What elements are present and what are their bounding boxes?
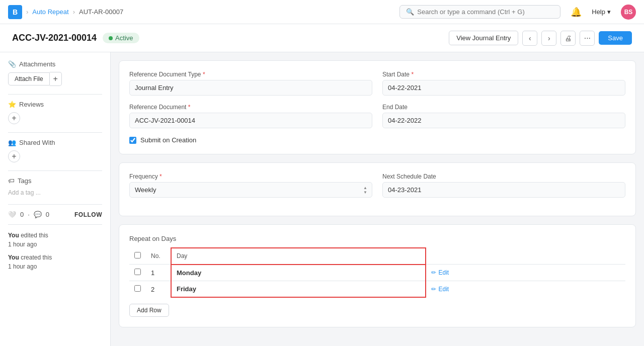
next-schedule-input[interactable] [382,182,625,198]
frequency-card: Frequency * Weekly ▲▼ Next Schedule Date [119,162,636,216]
heart-icon[interactable]: 🤍 [8,211,16,218]
ref-doc-input[interactable] [129,113,372,128]
page-title: ACC-JV-2021-00014 [12,33,97,43]
breadcrumb-current: AUT-AR-00007 [79,8,123,16]
row2-edit-button[interactable]: ✏ Edit [431,286,620,293]
ref-doc-label: Reference Document * [129,104,372,111]
breadcrumb-sep2: › [73,8,75,16]
repeat-on-days-card: Repeat on Days No. Day [119,224,636,327]
search-icon: 🔍 [406,8,414,16]
end-date-input[interactable] [382,113,625,128]
attach-plus-button[interactable]: + [50,72,62,86]
row2-actions: ✏ Edit [426,281,625,298]
likes-count: 0 [20,211,24,218]
search-bar[interactable]: 🔍 [399,5,560,19]
shared-with-header: 👥 Shared With [8,139,102,146]
submit-on-creation-row: Submit on Creation [129,136,625,144]
row2-checkbox[interactable] [134,285,141,292]
tag-icon: 🏷 [8,177,15,185]
tags-section: 🏷 Tags Add a tag ... [8,177,102,196]
start-date-label: Start Date * [382,71,625,78]
days-table-body: 1 Monday ✏ Edit 2 Friday ✏ Edit [129,265,625,298]
attach-file-row: Attach File + [8,72,102,86]
days-table-header-row: No. Day [129,248,625,265]
days-table: No. Day 1 Monday ✏ Edit [129,247,625,298]
col-checkbox [129,248,146,265]
status-dot [109,36,113,40]
divider5 [8,224,102,225]
divider4 [8,204,102,205]
add-tag-placeholder[interactable]: Add a tag ... [8,189,41,196]
tags-header: 🏷 Tags [8,177,102,185]
activity-time-0: 1 hour ago [8,241,37,248]
breadcrumb-sep1: › [26,8,28,16]
add-row-button[interactable]: Add Row [129,304,169,317]
row1-actions: ✏ Edit [426,265,625,281]
comment-icon[interactable]: 💬 [34,211,42,218]
search-input[interactable] [417,8,554,16]
row1-edit-button[interactable]: ✏ Edit [431,269,620,276]
frequency-group: Frequency * Weekly ▲▼ [129,173,372,198]
tags-label: Tags [18,177,31,185]
row1-checkbox[interactable] [134,269,141,275]
add-shared-button[interactable]: + [8,150,20,162]
submit-on-creation-label: Submit on Creation [140,136,196,144]
ref-doc-type-group: Reference Document Type * [129,71,372,96]
ref-doc-type-input[interactable] [129,80,372,96]
form-row-3: Frequency * Weekly ▲▼ Next Schedule Date [129,173,625,198]
topnav-right: 🔔 Help ▾ BS [571,5,636,20]
app-logo: B [8,5,22,19]
help-label: Help [592,8,605,16]
form-row-1: Reference Document Type * Start Date * [129,71,625,96]
save-button[interactable]: Save [599,31,632,45]
frequency-select[interactable]: Weekly [129,182,372,198]
comments-count: 0 [46,211,49,218]
attachments-section: 📎 Attachments Attach File + [8,60,102,86]
activity-action-1: created this [21,254,52,261]
help-chevron-icon: ▾ [607,8,611,16]
next-button[interactable]: › [541,31,556,46]
attach-file-label: Attach File [15,75,43,82]
col-actions-header [426,248,625,265]
attach-file-button[interactable]: Attach File [8,72,50,85]
follow-button[interactable]: FOLLOW [74,211,102,218]
main-layout: 📎 Attachments Attach File + ⭐ Reviews + … [0,52,644,346]
select-all-checkbox[interactable] [134,252,141,258]
print-button[interactable]: 🖨 [560,31,576,46]
row1-no: 1 [146,265,171,281]
end-date-group: End Date [382,104,625,128]
reviews-header: ⭐ Reviews [8,101,102,108]
activity-user-1: You [8,254,19,261]
page-header: ACC-JV-2021-00014 Active View Journal En… [0,24,644,52]
dot-sep: · [28,211,30,218]
like-row: 🤍 0 · 💬 0 FOLLOW [8,211,102,218]
more-button[interactable]: ··· [580,31,595,46]
activity-item-1: You created this 1 hour ago [8,253,102,271]
start-date-input[interactable] [382,80,625,96]
notifications-icon[interactable]: 🔔 [571,7,582,18]
help-button[interactable]: Help ▾ [588,6,615,18]
star-icon: ⭐ [8,101,16,108]
share-icon: 👥 [8,139,16,146]
end-date-label: End Date [382,104,625,111]
reference-card: Reference Document Type * Start Date * R… [119,60,636,154]
next-schedule-label: Next Schedule Date [382,173,625,180]
shared-with-label: Shared With [19,139,55,146]
reviews-label: Reviews [19,101,44,108]
submit-on-creation-checkbox[interactable] [129,137,136,144]
table-row: 1 Monday ✏ Edit [129,265,625,281]
view-journal-button[interactable]: View Journal Entry [449,31,518,45]
reviews-section: ⭐ Reviews + [8,101,102,124]
start-date-group: Start Date * [382,71,625,96]
frequency-label: Frequency * [129,173,372,180]
add-review-button[interactable]: + [8,112,20,124]
prev-button[interactable]: ‹ [522,31,537,46]
avatar[interactable]: BS [621,5,636,20]
activity-item-0: You edited this 1 hour ago [8,231,102,249]
ref-doc-group: Reference Document * [129,104,372,128]
breadcrumb-auto-repeat[interactable]: Auto Repeat [32,8,68,16]
activity-user-0: You [8,232,19,239]
shared-with-section: 👥 Shared With + [8,139,102,162]
col-no-header: No. [146,248,171,265]
next-schedule-group: Next Schedule Date [382,173,625,198]
